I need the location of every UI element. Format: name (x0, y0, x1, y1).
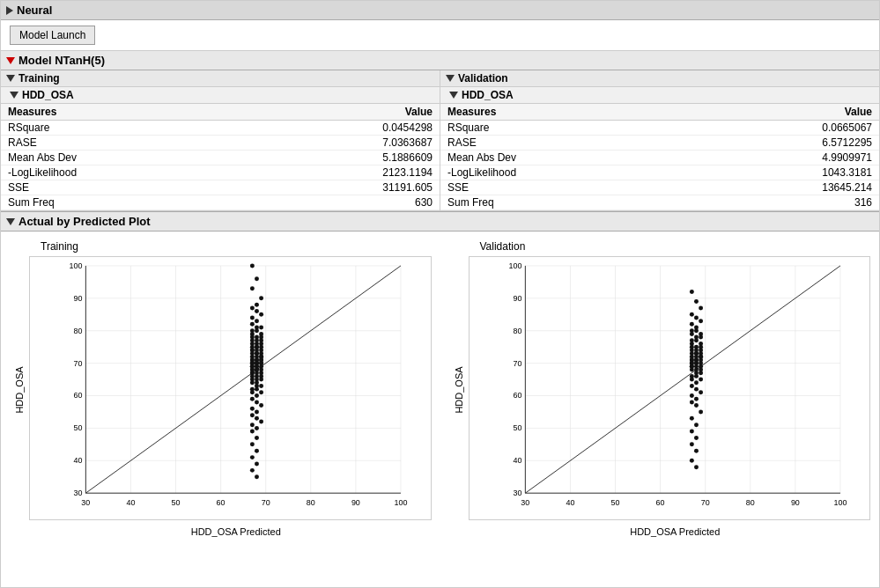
svg-point-44 (255, 319, 259, 323)
svg-text:50: 50 (513, 423, 521, 432)
svg-point-242 (693, 449, 698, 453)
svg-text:50: 50 (610, 498, 619, 507)
svg-point-49 (255, 328, 259, 333)
value-cell: 13645.214 (688, 180, 879, 195)
validation-collapse-icon[interactable] (446, 75, 455, 82)
svg-point-113 (259, 384, 263, 388)
svg-text:80: 80 (513, 327, 521, 335)
validation-header: Validation (440, 70, 879, 87)
svg-point-240 (693, 436, 698, 440)
value-cell: 4.9909971 (688, 151, 879, 165)
plot-section-header: Actual by Predicted Plot (1, 211, 879, 232)
svg-text:100: 100 (394, 498, 407, 507)
svg-point-132 (250, 442, 255, 446)
validation-plot-svg[interactable]: 3030404050506060707080809090100100 (469, 256, 871, 520)
svg-text:30: 30 (81, 498, 90, 507)
svg-point-226 (699, 378, 703, 382)
svg-point-125 (250, 413, 255, 417)
validation-section: Validation HDD_OSA Measures Value RSquar… (440, 70, 879, 210)
plot-collapse-icon[interactable] (6, 218, 15, 225)
table-row: Sum Freq316 (440, 195, 879, 210)
model-launch-row: Model Launch (1, 20, 879, 51)
model-title: Model NTanH(5) (18, 54, 105, 67)
svg-text:70: 70 (513, 359, 521, 368)
svg-text:70: 70 (700, 498, 709, 507)
training-section: Training HDD_OSA Measures Value RSquare0… (1, 70, 440, 210)
model-collapse-icon[interactable] (6, 57, 15, 64)
measure-cell: RASE (1, 136, 248, 151)
svg-point-124 (255, 409, 259, 414)
validation-col-measures: Measures (440, 104, 688, 121)
svg-point-241 (689, 442, 693, 446)
svg-point-131 (255, 436, 259, 440)
table-row: RSquare0.0665067 (440, 121, 879, 136)
svg-text:40: 40 (566, 498, 574, 507)
neural-title: Neural (17, 4, 52, 17)
svg-point-118 (250, 390, 255, 394)
main-container: Neural Model Launch Model NTanH(5) Train… (0, 0, 880, 588)
svg-line-34 (85, 266, 401, 493)
value-cell: 7.0363687 (248, 136, 440, 151)
svg-text:80: 80 (307, 498, 315, 507)
table-row: RSquare0.0454298 (1, 121, 440, 136)
svg-point-116 (255, 387, 259, 392)
model-launch-button[interactable]: Model Launch (10, 26, 95, 45)
svg-point-43 (250, 315, 255, 320)
validation-plot-wrapper: Validation HDD_OSA 303040405050606070708… (449, 240, 871, 537)
svg-text:90: 90 (73, 294, 82, 303)
svg-point-174 (693, 299, 698, 304)
training-y-axis-label: HDD_OSA (14, 366, 25, 413)
svg-text:80: 80 (73, 327, 82, 335)
svg-point-45 (250, 322, 255, 327)
svg-point-109 (259, 378, 263, 382)
table-row: -LogLikelihood2123.1194 (1, 165, 440, 180)
measure-cell: RSquare (440, 121, 688, 136)
svg-point-225 (693, 374, 698, 379)
svg-point-129 (255, 426, 259, 430)
measure-cell: SSE (1, 180, 248, 195)
svg-point-230 (693, 387, 698, 392)
training-label: Training (18, 72, 60, 85)
validation-label: Validation (458, 72, 508, 85)
table-row: -LogLikelihood1043.3181 (440, 165, 879, 180)
svg-point-188 (693, 338, 698, 342)
table-row: SSE31191.605 (1, 180, 440, 195)
validation-sub-collapse-icon[interactable] (449, 92, 458, 99)
svg-text:70: 70 (73, 359, 82, 368)
value-cell: 1043.3181 (688, 165, 879, 180)
training-sub-collapse-icon[interactable] (10, 92, 18, 99)
measure-cell: Sum Freq (440, 195, 688, 210)
svg-point-127 (259, 420, 263, 424)
training-plot-wrapper: Training HDD_OSA 30304040505060607070808… (10, 240, 432, 537)
table-row: RASE7.0363687 (1, 136, 440, 151)
svg-point-235 (693, 403, 698, 408)
value-cell: 5.1886609 (248, 151, 440, 165)
value-cell: 630 (248, 195, 440, 210)
training-plot-title: Training (41, 240, 432, 253)
training-collapse-icon[interactable] (6, 75, 15, 82)
svg-point-122 (259, 403, 263, 408)
validation-y-axis-label: HDD_OSA (454, 366, 464, 413)
svg-point-120 (250, 397, 255, 401)
svg-point-41 (255, 309, 259, 313)
svg-point-121 (255, 400, 259, 404)
svg-point-221 (689, 368, 693, 372)
svg-point-223 (699, 371, 703, 375)
measure-cell: SSE (440, 180, 688, 195)
training-col-value: Value (248, 104, 440, 121)
svg-point-130 (250, 430, 255, 434)
svg-text:50: 50 (73, 423, 82, 432)
table-row: Mean Abs Dev4.9909971 (440, 151, 879, 165)
svg-point-227 (689, 378, 693, 382)
training-plot-svg[interactable]: 3030404050506060707080809090100100 (29, 256, 432, 520)
measure-cell: -LogLikelihood (1, 165, 248, 180)
svg-point-234 (689, 400, 693, 404)
svg-point-137 (255, 474, 259, 479)
training-header: Training (1, 70, 440, 87)
svg-text:60: 60 (73, 391, 82, 400)
svg-point-237 (689, 416, 693, 421)
value-cell: 316 (688, 195, 879, 210)
training-x-axis-label: HDD_OSA Predicted (41, 526, 432, 537)
svg-point-38 (259, 296, 263, 300)
neural-collapse-icon[interactable] (6, 6, 13, 15)
